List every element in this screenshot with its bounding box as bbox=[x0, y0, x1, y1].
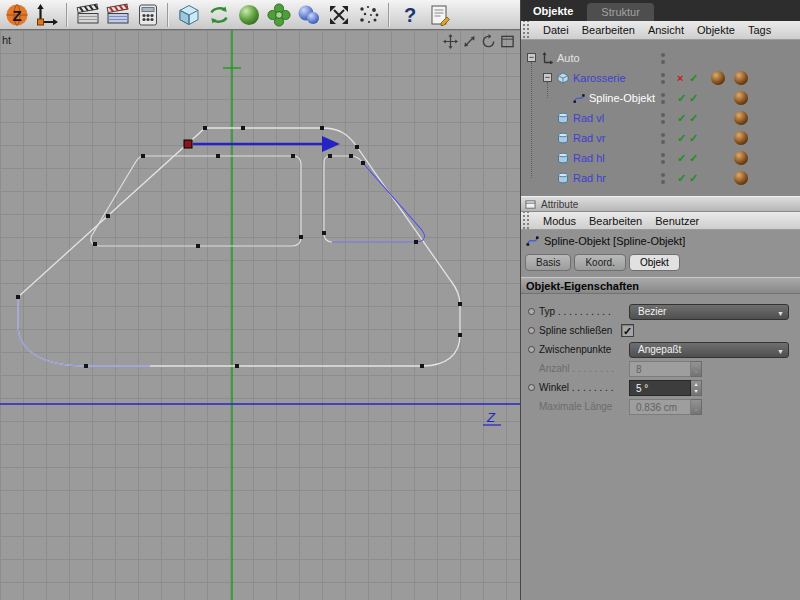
property-label-spline-schliessen: Spline schließen bbox=[539, 323, 612, 339]
hypernurbs-sphere-icon[interactable] bbox=[235, 1, 262, 28]
window-left-spline[interactable] bbox=[91, 156, 301, 246]
scale-arrows-icon[interactable] bbox=[325, 1, 352, 28]
notes-icon[interactable] bbox=[426, 1, 453, 28]
cube-icon[interactable] bbox=[175, 1, 202, 28]
visibility-dots[interactable] bbox=[661, 93, 665, 107]
enabled-check-icon[interactable]: ✓ bbox=[689, 88, 698, 108]
spline-schliessen-checkbox[interactable]: ✓ bbox=[621, 324, 634, 337]
tab-objekte[interactable]: Objekte bbox=[521, 0, 585, 21]
tree-label[interactable]: Rad vr bbox=[573, 128, 605, 148]
menu-bearbeiten-attr[interactable]: Bearbeiten bbox=[589, 215, 642, 227]
stepper-arrows-icon[interactable]: ▴▾ bbox=[691, 380, 702, 396]
selected-point[interactable] bbox=[184, 140, 192, 148]
axis-icon[interactable] bbox=[33, 1, 60, 28]
enabled-check-icon[interactable]: ✓ bbox=[689, 68, 698, 88]
menu-datei[interactable]: Datei bbox=[543, 24, 569, 36]
rotate-arrows-icon[interactable] bbox=[205, 1, 232, 28]
material-tag-icon[interactable] bbox=[711, 71, 725, 85]
tab-koord[interactable]: Koord. bbox=[574, 254, 625, 271]
tab-struktur[interactable]: Struktur bbox=[587, 3, 654, 21]
particles-icon[interactable] bbox=[355, 1, 382, 28]
keypad-icon[interactable] bbox=[134, 1, 161, 28]
tree-row-rad-vl[interactable]: Rad vl ✓ ✓ bbox=[521, 108, 800, 128]
drag-grip-icon[interactable] bbox=[521, 212, 529, 229]
keyframe-dot[interactable] bbox=[528, 384, 535, 391]
enabled-check-icon[interactable]: ✓ bbox=[677, 128, 686, 148]
visibility-dots[interactable] bbox=[661, 73, 665, 87]
menu-objekte[interactable]: Objekte bbox=[697, 24, 735, 36]
tree-label[interactable]: Rad hl bbox=[573, 148, 605, 168]
tree-label[interactable]: Karosserie bbox=[573, 68, 626, 88]
visibility-dots[interactable] bbox=[661, 173, 665, 187]
svg-text:Z: Z bbox=[12, 6, 21, 23]
visibility-dots[interactable] bbox=[661, 113, 665, 127]
enabled-check-icon[interactable]: ✓ bbox=[689, 128, 698, 148]
collapse-icon[interactable]: − bbox=[527, 53, 536, 62]
tree-row-rad-hl[interactable]: Rad hl ✓ ✓ bbox=[521, 148, 800, 168]
pan-icon[interactable] bbox=[443, 34, 458, 49]
menu-modus[interactable]: Modus bbox=[543, 215, 576, 227]
spline-points[interactable] bbox=[16, 126, 462, 368]
enabled-check-icon[interactable]: ✓ bbox=[677, 108, 686, 128]
disabled-x-icon[interactable]: × bbox=[677, 68, 683, 88]
move-handle-arrow[interactable] bbox=[193, 136, 340, 152]
car-body-blue-segment[interactable] bbox=[18, 297, 150, 366]
material-tag-icon[interactable] bbox=[734, 71, 748, 85]
material-tag-icon[interactable] bbox=[734, 151, 748, 165]
visibility-dots[interactable] bbox=[661, 153, 665, 167]
tree-label[interactable]: Rad hr bbox=[573, 168, 606, 188]
enabled-check-icon[interactable]: ✓ bbox=[677, 88, 686, 108]
viewport[interactable]: Z ht bbox=[0, 30, 520, 600]
menu-ansicht[interactable]: Ansicht bbox=[648, 24, 684, 36]
enabled-check-icon[interactable]: ✓ bbox=[677, 168, 686, 188]
material-tag-icon[interactable] bbox=[734, 91, 748, 105]
enabled-check-icon[interactable]: ✓ bbox=[689, 148, 698, 168]
toolbar-separator bbox=[167, 3, 169, 27]
right-panel: Objekte Struktur Datei Bearbeiten Ansich… bbox=[520, 0, 800, 600]
menu-tags[interactable]: Tags bbox=[748, 24, 771, 36]
material-tag-icon[interactable] bbox=[734, 111, 748, 125]
enabled-check-icon[interactable]: ✓ bbox=[689, 108, 698, 128]
tab-basis[interactable]: Basis bbox=[525, 254, 571, 271]
tree-label[interactable]: Spline-Objekt bbox=[589, 88, 655, 108]
help-icon[interactable]: ? bbox=[396, 1, 423, 28]
keyframe-dot[interactable] bbox=[528, 327, 535, 334]
material-tag-icon[interactable] bbox=[734, 171, 748, 185]
tree-row-rad-vr[interactable]: Rad vr ✓ ✓ bbox=[521, 128, 800, 148]
clapperboard-icon[interactable] bbox=[74, 1, 101, 28]
keyframe-dot[interactable] bbox=[528, 308, 535, 315]
zwischenpunkte-dropdown[interactable]: Angepaßt ▼ bbox=[629, 342, 789, 358]
array-flower-icon[interactable] bbox=[265, 1, 292, 28]
car-body-spline[interactable] bbox=[18, 128, 460, 366]
drag-grip-icon[interactable] bbox=[521, 21, 529, 39]
cylinder-object-icon bbox=[557, 112, 569, 124]
visibility-dots[interactable] bbox=[661, 53, 665, 67]
zoom-icon[interactable] bbox=[462, 34, 477, 49]
tree-label[interactable]: Auto bbox=[557, 48, 580, 68]
tab-objekt[interactable]: Objekt bbox=[629, 254, 680, 271]
tree-row-auto[interactable]: − Auto bbox=[521, 48, 800, 68]
material-tag-icon[interactable] bbox=[734, 131, 748, 145]
tree-row-karosserie[interactable]: − Karosserie × ✓ bbox=[521, 68, 800, 88]
keyframe-dot[interactable] bbox=[528, 346, 535, 353]
tree-row-spline-objekt[interactable]: Spline-Objekt ✓ ✓ bbox=[521, 88, 800, 108]
window-right-spline[interactable] bbox=[324, 156, 424, 242]
tree-row-rad-hr[interactable]: Rad hr ✓ ✓ bbox=[521, 168, 800, 188]
rotate-view-icon[interactable] bbox=[481, 34, 496, 49]
maximize-view-icon[interactable] bbox=[500, 34, 515, 49]
tree-label[interactable]: Rad vl bbox=[573, 108, 604, 128]
typ-dropdown[interactable]: Bezier ▼ bbox=[629, 304, 789, 320]
visibility-dots[interactable] bbox=[661, 133, 665, 147]
menu-bearbeiten[interactable]: Bearbeiten bbox=[582, 24, 635, 36]
attribute-tabs: Basis Koord. Objekt bbox=[521, 251, 800, 273]
z-logo-icon[interactable]: Z bbox=[3, 1, 30, 28]
enabled-check-icon[interactable]: ✓ bbox=[677, 148, 686, 168]
window-right-blue-segment[interactable] bbox=[332, 162, 424, 242]
enabled-check-icon[interactable]: ✓ bbox=[689, 168, 698, 188]
metaball-icon[interactable] bbox=[295, 1, 322, 28]
collapse-icon[interactable]: − bbox=[543, 73, 552, 82]
property-row-maximale-laenge: Maximale Länge 0.836 cm ▴▾ bbox=[521, 399, 800, 415]
menu-benutzer[interactable]: Benutzer bbox=[655, 215, 699, 227]
winkel-field[interactable]: 5 ° bbox=[629, 380, 691, 396]
clapperboard-alt-icon[interactable] bbox=[104, 1, 131, 28]
